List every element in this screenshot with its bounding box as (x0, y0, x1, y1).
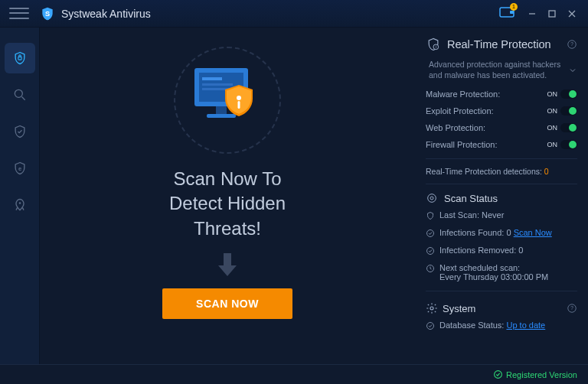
infections-found-row: Infections Found: 0 Scan Now (426, 226, 577, 239)
exploit-toggle[interactable] (560, 106, 577, 116)
shield-lock-icon (12, 50, 28, 66)
protection-label: Exploit Protection: (426, 106, 494, 116)
nav-dashboard[interactable] (5, 43, 35, 73)
svg-point-34 (495, 371, 502, 379)
shield-check-icon (12, 124, 28, 139)
maximize-button[interactable] (542, 4, 562, 24)
svg-text:?: ? (570, 41, 573, 47)
shield-e-icon: e (12, 161, 28, 176)
window-controls (522, 4, 582, 24)
headline: Scan Now To Detect Hidden Threats! (169, 167, 286, 241)
scan-now-link[interactable]: Scan Now (514, 228, 552, 237)
protection-label: Firewall Protection: (426, 140, 498, 149)
registered-label: Registered Version (506, 370, 577, 379)
svg-point-28 (427, 248, 434, 255)
check-circle-icon (426, 229, 435, 238)
rocket-icon (12, 197, 28, 213)
svg-point-30 (430, 307, 433, 310)
rtp-detections: Real-Time Protection detections: 0 (426, 167, 577, 176)
svg-point-33 (427, 323, 434, 330)
svg-point-27 (427, 230, 434, 237)
protection-row: Web Protection: ON (426, 122, 577, 134)
svg-line-9 (21, 97, 24, 100)
check-circle-icon (426, 321, 435, 330)
hero-graphic (151, 50, 304, 150)
check-circle-icon (493, 369, 503, 379)
db-status-link[interactable]: Up to date (506, 321, 545, 330)
wallet-badge: 1 (510, 3, 518, 11)
protection-label: Web Protection: (426, 123, 485, 132)
rtp-desc: Advanced protection against hackers and … (429, 60, 564, 80)
close-button[interactable] (562, 4, 582, 24)
arrow-down-icon (215, 250, 240, 278)
clock-icon (426, 264, 435, 273)
chevron-down-icon[interactable] (568, 66, 577, 75)
sidebar: e (0, 28, 40, 364)
protection-label: Malware Protection: (426, 89, 500, 99)
shield-small-icon (426, 211, 435, 220)
next-scheduled-row: Next scheduled scan: Every Thursday 03:0… (426, 262, 577, 283)
malware-toggle[interactable] (560, 89, 577, 99)
svg-point-25 (428, 194, 436, 203)
svg-rect-2 (510, 11, 514, 14)
main-panel: Scan Now To Detect Hidden Threats! SCAN … (40, 28, 415, 364)
protection-row: Firewall Protection: ON (426, 138, 577, 151)
last-scan-row: Last Scan: Never (426, 209, 577, 222)
check-circle-icon (426, 246, 435, 255)
web-toggle[interactable] (560, 123, 577, 132)
nav-boost[interactable] (5, 190, 35, 220)
nav-scan[interactable] (5, 80, 35, 110)
footer: Registered Version (0, 364, 588, 384)
svg-point-11 (18, 202, 21, 204)
svg-point-8 (15, 89, 22, 97)
rtp-title: Real-Time Protection (447, 38, 560, 50)
svg-point-26 (430, 197, 433, 200)
db-status-row: Database Status: Up to date (426, 319, 577, 332)
protection-row: Exploit Protection: ON (426, 105, 577, 117)
app-logo-icon: S (40, 6, 55, 21)
svg-text:i: i (436, 44, 436, 49)
info-icon[interactable]: ? (567, 39, 577, 50)
gear-icon (426, 302, 438, 314)
shield-info-icon: i (426, 37, 441, 52)
titlebar: S Systweak Antivirus 1 (0, 0, 588, 28)
protection-row: Malware Protection: ON (426, 88, 577, 100)
svg-text:e: e (18, 165, 21, 172)
right-panel: i Real-Time Protection ? Advanced protec… (415, 28, 588, 364)
minimize-button[interactable] (522, 4, 542, 24)
firewall-toggle[interactable] (560, 140, 577, 149)
app-title: Systweak Antivirus (61, 8, 151, 20)
scan-status-title: Scan Status (444, 193, 577, 204)
nav-protection[interactable] (5, 116, 35, 147)
wallet-button[interactable]: 1 (499, 6, 514, 21)
scan-now-button[interactable]: SCAN NOW (162, 288, 292, 319)
scan-target-icon (426, 192, 438, 204)
svg-rect-7 (18, 57, 21, 60)
menu-button[interactable] (9, 6, 29, 21)
system-title: System (443, 303, 562, 314)
svg-text:S: S (45, 10, 50, 18)
infections-removed-row: Infections Removed: 0 (426, 244, 577, 257)
nav-quarantine[interactable]: e (5, 153, 35, 184)
search-icon (12, 87, 28, 103)
svg-rect-4 (549, 11, 555, 17)
svg-text:?: ? (570, 306, 573, 311)
info-icon[interactable]: ? (567, 303, 577, 314)
